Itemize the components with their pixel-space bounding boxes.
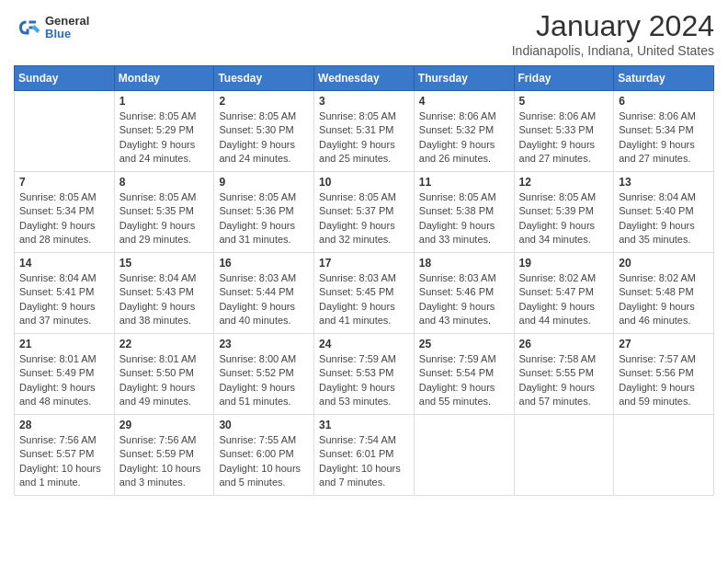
weekday-header: Wednesday [314, 66, 415, 91]
page: General Blue January 2024 Indianapolis, … [0, 0, 728, 510]
day-detail: Sunrise: 8:05 AMSunset: 5:35 PMDaylight:… [119, 190, 210, 247]
day-detail: Sunrise: 8:05 AMSunset: 5:29 PMDaylight:… [119, 109, 210, 167]
calendar-cell: 3Sunrise: 8:05 AMSunset: 5:31 PMDaylight… [314, 91, 415, 172]
day-detail: Sunrise: 8:05 AMSunset: 5:30 PMDaylight:… [219, 109, 309, 167]
calendar-cell: 21Sunrise: 8:01 AMSunset: 5:49 PMDayligh… [15, 334, 115, 415]
day-detail: Sunrise: 7:57 AMSunset: 5:56 PMDaylight:… [619, 352, 709, 409]
day-number: 4 [419, 95, 509, 108]
calendar-cell [614, 415, 714, 496]
logo-general: General [45, 15, 89, 28]
logo-blue: Blue [45, 28, 89, 40]
day-number: 30 [219, 419, 309, 431]
day-detail: Sunrise: 8:05 AMSunset: 5:34 PMDaylight:… [19, 190, 109, 247]
day-number: 10 [319, 176, 409, 189]
calendar-cell: 1Sunrise: 8:05 AMSunset: 5:29 PMDaylight… [114, 91, 214, 172]
day-detail: Sunrise: 8:06 AMSunset: 5:32 PMDaylight:… [419, 109, 509, 167]
day-detail: Sunrise: 8:00 AMSunset: 5:52 PMDaylight:… [219, 352, 309, 409]
calendar-week-row: 28Sunrise: 7:56 AMSunset: 5:57 PMDayligh… [15, 415, 714, 496]
calendar-cell: 30Sunrise: 7:55 AMSunset: 6:00 PMDayligh… [214, 415, 314, 496]
day-detail: Sunrise: 8:04 AMSunset: 5:40 PMDaylight:… [619, 190, 709, 247]
day-detail: Sunrise: 7:56 AMSunset: 5:57 PMDaylight:… [19, 433, 109, 490]
weekday-row: SundayMondayTuesdayWednesdayThursdayFrid… [15, 66, 714, 91]
title-block: January 2024 Indianapolis, Indiana, Unit… [512, 9, 714, 58]
calendar-cell: 19Sunrise: 8:02 AMSunset: 5:47 PMDayligh… [514, 253, 614, 334]
calendar-cell: 28Sunrise: 7:56 AMSunset: 5:57 PMDayligh… [15, 415, 115, 496]
weekday-header: Saturday [614, 66, 714, 91]
day-number: 29 [119, 419, 210, 431]
calendar-cell: 25Sunrise: 7:59 AMSunset: 5:54 PMDayligh… [414, 334, 514, 415]
day-detail: Sunrise: 8:05 AMSunset: 5:37 PMDaylight:… [319, 190, 409, 247]
weekday-header: Thursday [414, 66, 514, 91]
day-number: 18 [419, 257, 509, 270]
day-number: 22 [119, 338, 210, 350]
calendar-cell: 18Sunrise: 8:03 AMSunset: 5:46 PMDayligh… [414, 253, 514, 334]
logo-icon [14, 14, 41, 41]
calendar-cell [414, 415, 514, 496]
calendar-body: 1Sunrise: 8:05 AMSunset: 5:29 PMDaylight… [15, 91, 714, 496]
day-detail: Sunrise: 8:01 AMSunset: 5:49 PMDaylight:… [19, 352, 109, 409]
day-detail: Sunrise: 8:03 AMSunset: 5:45 PMDaylight:… [319, 271, 409, 328]
calendar-cell: 9Sunrise: 8:05 AMSunset: 5:36 PMDaylight… [214, 172, 314, 253]
day-number: 23 [219, 338, 309, 350]
day-number: 31 [319, 419, 409, 431]
calendar-cell: 4Sunrise: 8:06 AMSunset: 5:32 PMDaylight… [414, 91, 514, 172]
calendar-cell: 13Sunrise: 8:04 AMSunset: 5:40 PMDayligh… [614, 172, 714, 253]
header: General Blue January 2024 Indianapolis, … [14, 9, 714, 58]
day-detail: Sunrise: 8:05 AMSunset: 5:38 PMDaylight:… [419, 190, 509, 247]
day-detail: Sunrise: 8:06 AMSunset: 5:34 PMDaylight:… [619, 109, 709, 167]
calendar-cell: 23Sunrise: 8:00 AMSunset: 5:52 PMDayligh… [214, 334, 314, 415]
calendar-cell: 26Sunrise: 7:58 AMSunset: 5:55 PMDayligh… [514, 334, 614, 415]
day-detail: Sunrise: 8:05 AMSunset: 5:31 PMDaylight:… [319, 109, 409, 167]
calendar-cell: 2Sunrise: 8:05 AMSunset: 5:30 PMDaylight… [214, 91, 314, 172]
day-number: 14 [19, 257, 109, 270]
calendar-cell: 7Sunrise: 8:05 AMSunset: 5:34 PMDaylight… [15, 172, 115, 253]
weekday-header: Sunday [15, 66, 115, 91]
page-subtitle: Indianapolis, Indiana, United States [512, 43, 714, 58]
calendar-cell: 20Sunrise: 8:02 AMSunset: 5:48 PMDayligh… [614, 253, 714, 334]
calendar-cell: 31Sunrise: 7:54 AMSunset: 6:01 PMDayligh… [314, 415, 415, 496]
day-detail: Sunrise: 8:05 AMSunset: 5:39 PMDaylight:… [519, 190, 609, 247]
day-number: 1 [119, 95, 210, 108]
day-number: 11 [419, 176, 509, 189]
day-number: 13 [619, 176, 709, 189]
day-detail: Sunrise: 8:03 AMSunset: 5:44 PMDaylight:… [219, 271, 309, 328]
calendar-cell: 14Sunrise: 8:04 AMSunset: 5:41 PMDayligh… [15, 253, 115, 334]
calendar-cell: 6Sunrise: 8:06 AMSunset: 5:34 PMDaylight… [614, 91, 714, 172]
day-number: 8 [119, 176, 210, 189]
calendar-cell: 5Sunrise: 8:06 AMSunset: 5:33 PMDaylight… [514, 91, 614, 172]
calendar-cell: 15Sunrise: 8:04 AMSunset: 5:43 PMDayligh… [114, 253, 214, 334]
day-number: 3 [319, 95, 409, 108]
day-number: 7 [19, 176, 109, 189]
page-title: January 2024 [512, 9, 714, 43]
calendar-week-row: 14Sunrise: 8:04 AMSunset: 5:41 PMDayligh… [15, 253, 714, 334]
day-detail: Sunrise: 8:02 AMSunset: 5:47 PMDaylight:… [519, 271, 609, 328]
day-detail: Sunrise: 7:54 AMSunset: 6:01 PMDaylight:… [319, 433, 409, 490]
calendar-cell: 10Sunrise: 8:05 AMSunset: 5:37 PMDayligh… [314, 172, 415, 253]
day-detail: Sunrise: 7:56 AMSunset: 5:59 PMDaylight:… [119, 433, 210, 490]
calendar-cell [514, 415, 614, 496]
day-detail: Sunrise: 7:59 AMSunset: 5:54 PMDaylight:… [419, 352, 509, 409]
weekday-header: Friday [514, 66, 614, 91]
calendar-cell: 29Sunrise: 7:56 AMSunset: 5:59 PMDayligh… [114, 415, 214, 496]
day-number: 16 [219, 257, 309, 270]
calendar-cell: 16Sunrise: 8:03 AMSunset: 5:44 PMDayligh… [214, 253, 314, 334]
calendar-cell: 11Sunrise: 8:05 AMSunset: 5:38 PMDayligh… [414, 172, 514, 253]
calendar-week-row: 1Sunrise: 8:05 AMSunset: 5:29 PMDaylight… [15, 91, 714, 172]
day-number: 27 [619, 338, 709, 350]
day-detail: Sunrise: 8:02 AMSunset: 5:48 PMDaylight:… [619, 271, 709, 328]
calendar-cell: 12Sunrise: 8:05 AMSunset: 5:39 PMDayligh… [514, 172, 614, 253]
day-number: 21 [19, 338, 109, 350]
day-detail: Sunrise: 7:58 AMSunset: 5:55 PMDaylight:… [519, 352, 609, 409]
calendar-cell: 27Sunrise: 7:57 AMSunset: 5:56 PMDayligh… [614, 334, 714, 415]
day-detail: Sunrise: 8:03 AMSunset: 5:46 PMDaylight:… [419, 271, 509, 328]
day-number: 25 [419, 338, 509, 350]
weekday-header: Tuesday [214, 66, 314, 91]
logo-text: General Blue [45, 15, 89, 41]
day-detail: Sunrise: 7:55 AMSunset: 6:00 PMDaylight:… [219, 433, 309, 490]
day-detail: Sunrise: 7:59 AMSunset: 5:53 PMDaylight:… [319, 352, 409, 409]
logo: General Blue [14, 14, 89, 41]
day-number: 28 [19, 419, 109, 431]
day-number: 9 [219, 176, 309, 189]
day-number: 15 [119, 257, 210, 270]
calendar: SundayMondayTuesdayWednesdayThursdayFrid… [14, 65, 714, 496]
